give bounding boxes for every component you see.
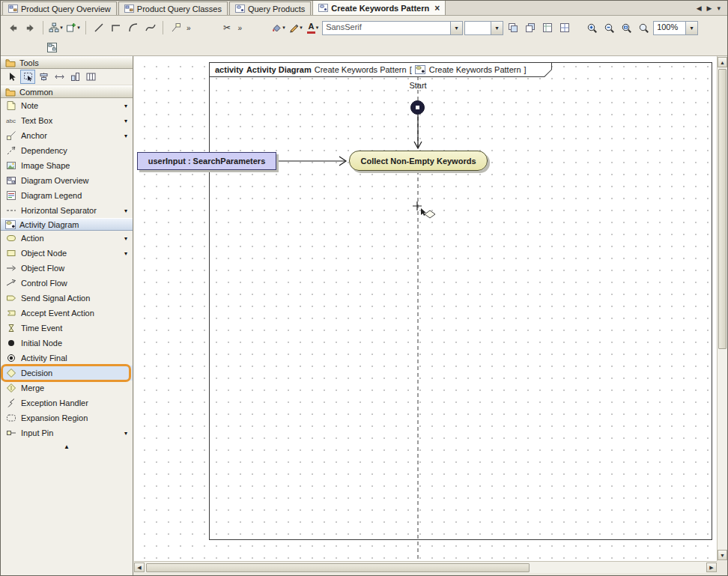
dropdown-chevron-icon[interactable]: ▾ <box>122 250 130 257</box>
swimlane-tool-button[interactable] <box>83 70 98 84</box>
tab-product-query-classes[interactable]: Product Query Classes <box>118 1 228 15</box>
object-node-label: userInput : SearchParameters <box>148 157 266 166</box>
horizontal-scroll-thumb[interactable] <box>146 563 530 572</box>
spline-path-button[interactable] <box>142 20 158 36</box>
zoom-in-button[interactable] <box>584 20 600 36</box>
palette-item-horizontal-separator[interactable]: Horizontal Separator ▾ <box>1 203 133 218</box>
dropdown-chevron-icon[interactable]: ▾ <box>60 25 63 31</box>
initial-node[interactable] <box>410 100 425 115</box>
diagram-canvas[interactable]: activity Activity Diagram Create Keyword… <box>134 56 727 573</box>
dropdown-chevron-icon[interactable]: ▾ <box>282 25 285 31</box>
align-tool-button-1[interactable] <box>505 20 521 36</box>
resize-tool-button[interactable] <box>67 70 82 84</box>
dropdown-chevron-icon[interactable]: ▾ <box>122 235 130 242</box>
oblique-line-icon <box>94 22 104 33</box>
palette-item-input-pin[interactable]: Input Pin ▾ <box>1 425 133 440</box>
add-element-button[interactable]: ▾ <box>65 20 81 36</box>
activity-frame-header[interactable]: activity Activity Diagram Create Keyword… <box>209 62 552 77</box>
close-tab-icon[interactable]: × <box>434 4 440 13</box>
tab-list-icon[interactable]: ▾ <box>717 4 721 12</box>
font-family-combo[interactable]: SansSerif ▾ <box>322 21 463 35</box>
toolbar-overflow-icon[interactable]: » <box>185 24 192 32</box>
zoom-selection-button[interactable] <box>636 20 652 36</box>
dropdown-chevron-icon[interactable]: ▾ <box>77 25 80 31</box>
combo-arrow-icon[interactable]: ▾ <box>685 22 697 34</box>
toolbar-overflow-icon[interactable]: » <box>237 24 244 32</box>
anchor-icon <box>5 130 16 141</box>
palette-item-decision[interactable]: Decision <box>1 366 133 381</box>
dropdown-chevron-icon[interactable]: ▾ <box>122 430 130 437</box>
marquee-select-tool-button[interactable] <box>20 70 35 84</box>
palette-item-object-node[interactable]: Object Node ▾ <box>1 246 133 261</box>
palette-item-action[interactable]: Action ▾ <box>1 231 133 246</box>
dropdown-chevron-icon[interactable]: ▾ <box>122 207 130 214</box>
combo-arrow-icon[interactable]: ▾ <box>491 22 503 34</box>
object-node-user-input[interactable]: userInput : SearchParameters <box>137 152 276 170</box>
palette-item-merge[interactable]: Merge <box>1 381 133 395</box>
tab-query-products[interactable]: Query Products <box>229 1 311 15</box>
dropdown-chevron-icon[interactable]: ▾ <box>122 133 130 139</box>
tab-create-keywords-pattern[interactable]: Create Keywords Pattern × <box>312 0 446 15</box>
section-header-common[interactable]: Common <box>1 85 133 98</box>
palette-item-text-box[interactable]: abc Text Box ▾ <box>1 113 133 128</box>
palette-item-diagram-overview[interactable]: Diagram Overview <box>1 173 133 188</box>
note-anchor-button[interactable] <box>168 20 183 36</box>
scroll-left-button[interactable]: ◀ <box>134 563 145 572</box>
vertical-scrollbar[interactable]: ▲ ▼ <box>717 56 727 561</box>
palette-item-control-flow[interactable]: Control Flow <box>1 276 133 291</box>
cut-button[interactable]: ✂ <box>219 20 235 36</box>
vertical-scroll-thumb[interactable] <box>718 69 727 349</box>
next-tab-icon[interactable]: ▶ <box>707 4 712 12</box>
scroll-right-button[interactable]: ▶ <box>706 563 717 572</box>
palette-scroll-up-button[interactable]: ▲ <box>1 440 133 452</box>
scroll-down-button[interactable]: ▼ <box>718 550 727 560</box>
scroll-up-button[interactable]: ▲ <box>718 57 727 67</box>
diagram-properties-button[interactable] <box>44 40 60 55</box>
dropdown-chevron-icon[interactable]: ▾ <box>122 118 130 124</box>
font-color-button[interactable]: A ▾ <box>305 20 321 36</box>
activity-frame[interactable] <box>209 62 712 540</box>
section-header-tools[interactable]: Tools <box>1 56 133 69</box>
zoom-fit-button[interactable] <box>619 20 634 36</box>
containment-tree-button[interactable]: ▾ <box>48 20 64 36</box>
start-node-label[interactable]: Start <box>398 81 438 90</box>
zoom-level-combo[interactable]: 100% ▾ <box>653 21 698 35</box>
pen-color-button[interactable]: ▾ <box>288 20 303 36</box>
nav-forward-button[interactable] <box>22 20 38 36</box>
palette-item-activity-final[interactable]: Activity Final <box>1 351 133 366</box>
action-node-collect-keywords[interactable]: Collect Non-Empty Keywords <box>349 151 488 171</box>
dropdown-chevron-icon[interactable]: ▾ <box>316 25 319 31</box>
font-size-combo[interactable]: ▾ <box>464 21 503 35</box>
fill-color-button[interactable]: ▾ <box>270 20 286 36</box>
align-tool-button-3[interactable] <box>539 20 555 36</box>
palette-item-diagram-legend[interactable]: Diagram Legend <box>1 188 133 203</box>
palette-item-dependency[interactable]: Dependency <box>1 143 133 158</box>
oblique-path-button[interactable] <box>91 20 106 36</box>
palette-item-expansion-region[interactable]: Expansion Region <box>1 410 133 425</box>
palette-item-note[interactable]: Note ▾ <box>1 98 133 113</box>
dropdown-chevron-icon[interactable]: ▾ <box>122 103 130 109</box>
palette-item-accept-event-action[interactable]: Accept Event Action <box>1 306 133 321</box>
palette-item-send-signal-action[interactable]: Send Signal Action <box>1 291 133 306</box>
dropdown-chevron-icon[interactable]: ▾ <box>300 25 303 31</box>
palette-item-exception-handler[interactable]: Exception Handler <box>1 395 133 410</box>
align-tool-button-4[interactable] <box>556 20 572 36</box>
previous-tab-icon[interactable]: ◀ <box>697 4 702 12</box>
palette-item-initial-node[interactable]: Initial Node <box>1 336 133 351</box>
align-tool-button-2[interactable] <box>522 20 538 36</box>
distribute-tool-button[interactable] <box>52 70 67 84</box>
curved-path-button[interactable] <box>125 20 141 36</box>
horizontal-scrollbar[interactable]: ◀ ▶ <box>134 561 717 573</box>
section-header-activity-diagram[interactable]: Activity Diagram <box>1 218 133 231</box>
palette-item-anchor[interactable]: Anchor ▾ <box>1 128 133 143</box>
palette-item-object-flow[interactable]: Object Flow <box>1 261 133 276</box>
palette-item-time-event[interactable]: Time Event <box>1 321 133 336</box>
nav-back-button[interactable] <box>5 20 21 36</box>
zoom-out-button[interactable] <box>601 20 617 36</box>
palette-item-image-shape[interactable]: Image Shape <box>1 158 133 173</box>
combo-arrow-icon[interactable]: ▾ <box>450 22 462 34</box>
pointer-tool-button[interactable] <box>4 70 19 84</box>
tab-product-query-overview[interactable]: Product Query Overview <box>2 1 117 15</box>
align-vertical-tool-button[interactable] <box>36 70 51 84</box>
rectilinear-path-button[interactable] <box>108 20 124 36</box>
